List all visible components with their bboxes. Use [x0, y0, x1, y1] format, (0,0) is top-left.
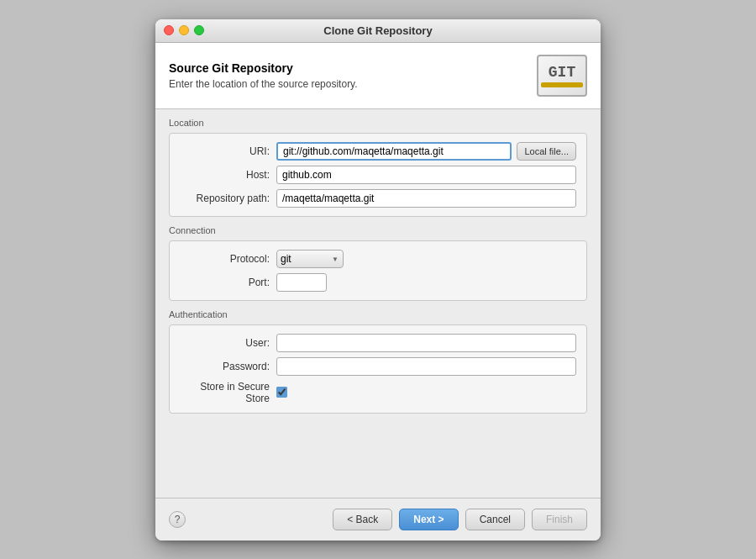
header-subtext: Enter the location of the source reposit…	[169, 78, 358, 90]
host-label: Host:	[180, 169, 276, 181]
repo-path-label: Repository path:	[180, 192, 276, 204]
password-row: Password:	[180, 357, 576, 376]
port-label: Port:	[180, 277, 276, 288]
user-label: User:	[180, 337, 276, 349]
store-label: Store in Secure Store	[180, 381, 276, 404]
host-input[interactable]	[276, 166, 576, 184]
store-row: Store in Secure Store	[180, 381, 576, 404]
next-button[interactable]: Next >	[399, 509, 458, 530]
password-label: Password:	[180, 361, 276, 372]
maximize-button[interactable]	[194, 25, 204, 35]
auth-section: User: Password: Store in Secure Store	[169, 324, 587, 414]
content-area: Location URI: Local file... Host: Reposi…	[155, 109, 601, 498]
protocol-select-wrapper: git ssh http https	[276, 250, 344, 268]
cancel-button[interactable]: Cancel	[465, 509, 525, 530]
footer: ? < Back Next > Cancel Finish	[155, 498, 601, 541]
header-text: Source Git Repository Enter the location…	[169, 61, 358, 90]
spacer	[169, 422, 587, 489]
password-input[interactable]	[276, 357, 576, 376]
host-row: Host:	[180, 166, 576, 184]
back-button[interactable]: < Back	[333, 509, 392, 530]
window-title: Clone Git Repository	[323, 24, 432, 37]
user-input[interactable]	[276, 334, 576, 352]
uri-row: URI: Local file...	[180, 142, 576, 161]
header-heading: Source Git Repository	[169, 61, 358, 75]
protocol-select[interactable]: git ssh http https	[276, 250, 344, 268]
uri-input-group: Local file...	[276, 142, 576, 161]
connection-section-label: Connection	[169, 225, 587, 235]
minimize-button[interactable]	[179, 25, 189, 35]
titlebar: Clone Git Repository	[155, 19, 601, 43]
user-row: User:	[180, 334, 576, 352]
connection-section: Protocol: git ssh http https Port:	[169, 240, 587, 301]
footer-right: < Back Next > Cancel Finish	[333, 509, 587, 530]
store-checkbox[interactable]	[276, 387, 287, 398]
git-logo: GIT	[537, 55, 587, 97]
port-input[interactable]	[276, 273, 327, 292]
header-section: Source Git Repository Enter the location…	[155, 43, 601, 109]
uri-input[interactable]	[276, 142, 512, 161]
help-button[interactable]: ?	[169, 511, 186, 528]
location-section-label: Location	[169, 118, 587, 128]
auth-section-label: Authentication	[169, 309, 587, 319]
location-section: URI: Local file... Host: Repository path…	[169, 133, 587, 217]
dialog-window: Clone Git Repository Source Git Reposito…	[155, 19, 601, 541]
repo-path-row: Repository path:	[180, 189, 576, 208]
repo-path-input[interactable]	[276, 189, 576, 208]
finish-button[interactable]: Finish	[532, 509, 587, 530]
local-file-button[interactable]: Local file...	[517, 142, 576, 161]
traffic-lights	[164, 25, 204, 35]
port-row: Port:	[180, 273, 576, 292]
footer-left: ?	[169, 511, 186, 528]
uri-label: URI:	[180, 145, 276, 157]
close-button[interactable]	[164, 25, 174, 35]
git-logo-bar	[541, 82, 583, 87]
protocol-row: Protocol: git ssh http https	[180, 250, 576, 268]
protocol-label: Protocol:	[180, 253, 276, 265]
